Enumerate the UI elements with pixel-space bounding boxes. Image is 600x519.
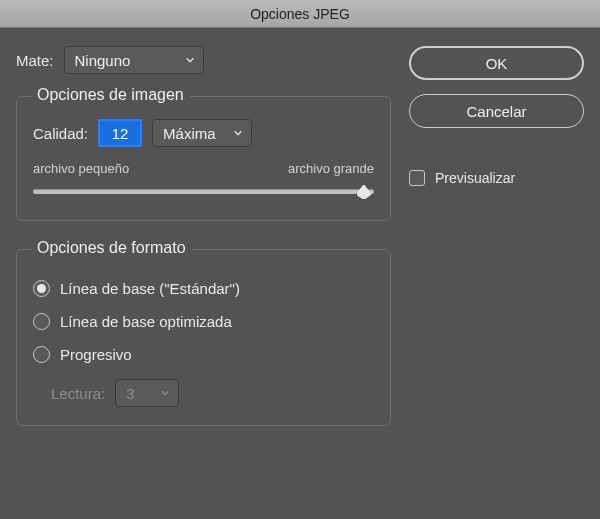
image-options-group: Opciones de imagen Calidad: Máxima archi… — [16, 96, 391, 221]
image-options-title: Opciones de imagen — [31, 86, 190, 104]
matte-row: Mate: Ninguno — [16, 46, 391, 74]
right-column: OK Cancelar Previsualizar — [409, 46, 584, 426]
matte-label: Mate: — [16, 52, 54, 69]
preview-checkbox[interactable] — [409, 170, 425, 186]
scans-value: 3 — [126, 385, 134, 402]
format-options-group: Opciones de formato Línea de base ("Está… — [16, 249, 391, 426]
radio-icon — [33, 346, 50, 363]
matte-select-value: Ninguno — [75, 52, 131, 69]
large-file-label: archivo grande — [288, 161, 374, 176]
small-file-label: archivo pequeño — [33, 161, 129, 176]
quality-row: Calidad: Máxima — [33, 119, 374, 147]
dialog-title: Opciones JPEG — [250, 6, 350, 22]
quality-input[interactable] — [98, 119, 142, 147]
radio-baseline-optimized[interactable]: Línea de base optimizada — [33, 313, 374, 330]
radio-baseline-standard[interactable]: Línea de base ("Estándar") — [33, 280, 374, 297]
preview-row[interactable]: Previsualizar — [409, 170, 584, 186]
radio-icon — [33, 280, 50, 297]
cancel-button-label: Cancelar — [466, 103, 526, 120]
chevron-down-icon — [185, 55, 195, 65]
quality-preset-value: Máxima — [163, 125, 216, 142]
quality-slider[interactable] — [33, 182, 374, 202]
chevron-down-icon — [160, 388, 170, 398]
radio-label-baseline-standard: Línea de base ("Estándar") — [60, 280, 240, 297]
radio-label-progressive: Progresivo — [60, 346, 132, 363]
scans-label: Lectura: — [51, 385, 105, 402]
slider-labels: archivo pequeño archivo grande — [33, 161, 374, 176]
scans-select: 3 — [115, 379, 179, 407]
left-column: Mate: Ninguno Opciones de imagen Calidad… — [16, 46, 391, 426]
radio-label-baseline-optimized: Línea de base optimizada — [60, 313, 232, 330]
quality-preset-select[interactable]: Máxima — [152, 119, 252, 147]
slider-track — [33, 189, 374, 194]
chevron-down-icon — [233, 128, 243, 138]
format-options-title: Opciones de formato — [31, 239, 192, 257]
radio-progressive[interactable]: Progresivo — [33, 346, 374, 363]
dialog-body: Mate: Ninguno Opciones de imagen Calidad… — [0, 28, 600, 442]
slider-thumb[interactable] — [356, 184, 372, 200]
ok-button-label: OK — [486, 55, 508, 72]
quality-label: Calidad: — [33, 125, 88, 142]
preview-label: Previsualizar — [435, 170, 515, 186]
scans-row: Lectura: 3 — [51, 379, 374, 407]
matte-select[interactable]: Ninguno — [64, 46, 204, 74]
radio-icon — [33, 313, 50, 330]
title-bar: Opciones JPEG — [0, 0, 600, 28]
cancel-button[interactable]: Cancelar — [409, 94, 584, 128]
ok-button[interactable]: OK — [409, 46, 584, 80]
